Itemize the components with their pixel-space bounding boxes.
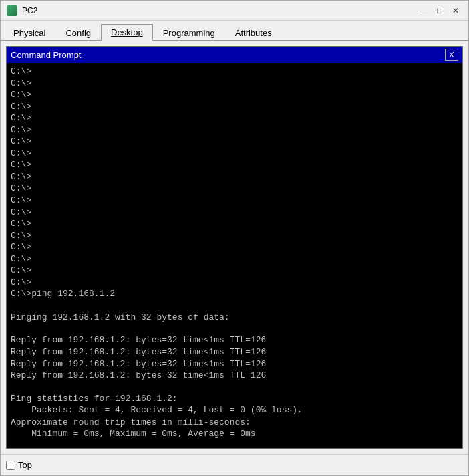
terminal-line: C:\> [11,78,458,90]
main-content: Command Prompt X C:\>C:\>C:\>C:\>C:\>C:\… [1,41,468,454]
terminal-line: C:\> [11,218,458,230]
terminal-line: C:\> [11,159,458,171]
terminal-line: C:\> [11,66,458,78]
terminal-line: C:\> [11,101,458,113]
terminal-line: C:\> [11,277,458,289]
terminal-line: C:\> [11,241,458,253]
terminal-line: Pinging 192.168.1.2 with 32 bytes of dat… [11,312,458,324]
top-checkbox-wrapper: Top [6,460,32,470]
maximize-button[interactable]: □ [432,4,447,17]
close-button[interactable]: ✕ [448,4,463,17]
terminal-line: Reply from 192.168.1.2: bytes=32 time<1m… [11,358,458,370]
terminal-line: Packets: Sent = 4, Received = 4, Lost = … [11,404,458,416]
cmd-title-text: Command Prompt [11,50,445,60]
terminal-line: C:\> [11,89,458,101]
terminal-line: Ping statistics for 192.168.1.2: [11,393,458,405]
window-title: PC2 [22,6,416,15]
tab-config[interactable]: Config [55,25,101,41]
terminal-line: C:\> [11,230,458,242]
top-checkbox[interactable] [6,461,15,470]
cmd-close-button[interactable]: X [445,49,458,61]
terminal-line [11,382,458,393]
terminal-line: Reply from 192.168.1.2: bytes=32 time<1m… [11,334,458,346]
minimize-button[interactable]: — [416,4,431,17]
terminal-line: C:\> [11,207,458,219]
tab-attributes[interactable]: Attributes [225,25,282,41]
terminal[interactable]: C:\>C:\>C:\>C:\>C:\>C:\>C:\>C:\>C:\>C:\>… [7,63,462,448]
cmd-title-bar: Command Prompt X [7,47,462,63]
cmd-window: Command Prompt X C:\>C:\>C:\>C:\>C:\>C:\… [6,46,463,449]
terminal-line: C:\> [11,265,458,277]
terminal-line: C:\> [11,183,458,195]
terminal-line: C:\> [11,171,458,183]
terminal-line: Reply from 192.168.1.2: bytes=32 time<1m… [11,370,458,382]
terminal-line: C:\> [11,124,458,136]
terminal-line: C:\> [11,195,458,207]
terminal-line: C:\> [11,148,458,160]
terminal-line: Approximate round trip times in milli-se… [11,416,458,429]
terminal-line: C:\> [11,136,458,148]
terminal-line [11,323,458,334]
terminal-line [11,300,458,312]
terminal-line: Reply from 192.168.1.2: bytes=32 time<1m… [11,346,458,358]
app-icon [6,5,18,17]
title-bar: PC2 — □ ✕ [1,1,468,21]
terminal-line: Minimum = 0ms, Maximum = 0ms, Average = … [11,428,458,440]
tab-programming[interactable]: Programming [153,25,225,41]
window-controls: — □ ✕ [416,4,463,17]
terminal-line: C:\>ping 192.168.1.2 [11,288,458,300]
tab-desktop[interactable]: Desktop [101,24,153,41]
terminal-line: C:\> [11,253,458,265]
top-label[interactable]: Top [18,460,32,470]
main-window: PC2 — □ ✕ Physical Config Desktop Progra… [0,0,469,476]
tab-physical[interactable]: Physical [3,25,55,41]
terminal-line: C:\> [11,112,458,124]
tab-bar: Physical Config Desktop Programming Attr… [1,21,468,41]
bottom-bar: Top [1,454,468,475]
